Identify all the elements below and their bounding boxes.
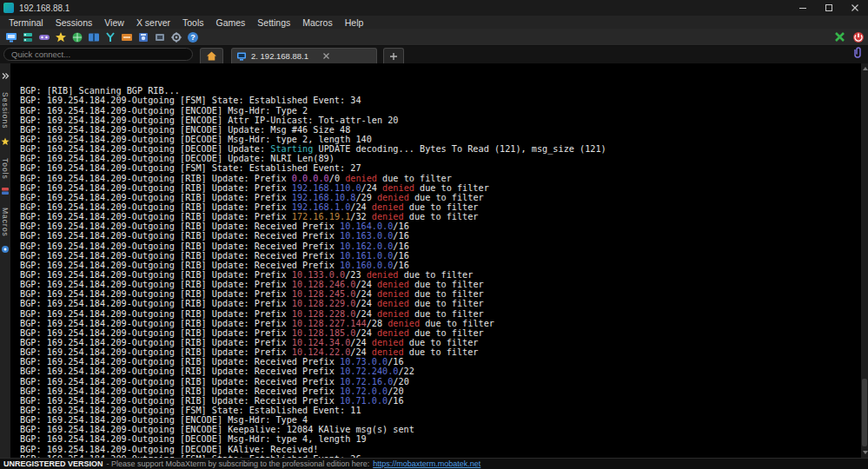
statusbar-link[interactable]: https://mobaxterm.mobatek.net <box>373 459 480 468</box>
toolbar: ? <box>0 29 868 46</box>
menu-item-games[interactable]: Games <box>209 17 251 28</box>
terminal-line: BGP: [RIB] Scanning BGP RIB... <box>20 86 860 96</box>
session-icon[interactable] <box>3 30 19 45</box>
sidebar: Sessions Tools Macros <box>0 63 11 458</box>
terminal-line: BGP: 169.254.184.209-Outgoing [FSM] Stat… <box>20 163 860 173</box>
terminal-line: BGP: 169.254.184.209-Outgoing [RIB] Upda… <box>20 261 860 270</box>
scrollbar[interactable] <box>860 63 868 458</box>
terminal-line: BGP: 169.254.184.209-Outgoing [RIB] Upda… <box>20 231 860 241</box>
games-icon[interactable] <box>36 30 52 45</box>
terminal-output: BGP: [RIB] Scanning BGP RIB...BGP: 169.2… <box>20 86 860 458</box>
terminal-line: BGP: 169.254.184.209-Outgoing [RIB] Upda… <box>20 367 860 376</box>
mobapt-icon[interactable] <box>151 30 168 45</box>
tab-bar: 2. 192.168.88.1 <box>0 46 868 63</box>
sidebar-item-label: Sessions <box>1 92 10 129</box>
sidebar-item-label: Macros <box>1 208 10 237</box>
terminal-line: BGP: 169.254.184.209-Outgoing [DECODE] U… <box>20 144 860 154</box>
menu-item-help[interactable]: Help <box>339 17 370 28</box>
terminal-line: BGP: 169.254.184.209-Outgoing [DECODE] K… <box>20 445 860 454</box>
app-logo-icon <box>3 3 14 13</box>
terminal-line: BGP: 169.254.184.209-Outgoing [ENCODE] M… <box>20 415 860 425</box>
session-tab[interactable]: 2. 192.168.88.1 <box>231 48 377 63</box>
help-icon[interactable]: ? <box>184 30 201 45</box>
terminal-line: BGP: 169.254.184.209-Outgoing [RIB] Upda… <box>20 212 860 221</box>
scroll-thumb[interactable] <box>862 379 867 446</box>
unregistered-label: UNREGISTERED VERSION <box>3 459 103 468</box>
terminal-line: BGP: 169.254.184.209-Outgoing [RIB] Upda… <box>20 396 860 406</box>
tools-icon <box>1 183 10 199</box>
main-area: Sessions Tools Macros BGP: [RIB] Scannin <box>0 63 868 458</box>
sidebar-collapse-icon[interactable] <box>1 68 10 83</box>
menu-item-macros[interactable]: Macros <box>296 17 338 28</box>
tab-close-icon[interactable] <box>322 52 330 60</box>
terminal-line: BGP: 169.254.184.209-Outgoing [ENCODE] K… <box>20 425 860 434</box>
menu-item-terminal[interactable]: Terminal <box>3 17 50 28</box>
maximize-button[interactable] <box>816 0 842 16</box>
terminal-line: BGP: 169.254.184.209-Outgoing [FSM] Stat… <box>20 406 860 415</box>
settings-icon[interactable] <box>168 30 184 45</box>
split-icon[interactable] <box>85 30 102 45</box>
exit-icon[interactable] <box>850 30 866 45</box>
terminal-line: BGP: 169.254.184.209-Outgoing [RIB] Upda… <box>20 309 860 319</box>
house-icon <box>206 50 217 62</box>
terminal-line: BGP: 169.254.184.209-Outgoing [RIB] Upda… <box>20 193 860 202</box>
terminal-line: BGP: 169.254.184.209-Outgoing [RIB] Upda… <box>20 338 860 347</box>
quick-connect-input[interactable] <box>3 48 193 61</box>
multiexec-icon[interactable] <box>102 30 118 45</box>
terminal-line: BGP: 169.254.184.209-Outgoing [RIB] Upda… <box>20 328 860 338</box>
packages-icon[interactable] <box>135 30 151 45</box>
terminal-line: BGP: 169.254.184.209-Outgoing [RIB] Upda… <box>20 241 860 251</box>
window-title: 192.168.88.1 <box>19 3 70 13</box>
terminal-line: BGP: 169.254.184.209-Outgoing [RIB] Upda… <box>20 270 860 280</box>
terminal-line: BGP: 169.254.184.209-Outgoing [RIB] Upda… <box>20 202 860 212</box>
app-window: 192.168.88.1 TerminalSessionsViewX serve… <box>0 0 868 469</box>
statusbar-text: - Please support MobaXterm by subscribin… <box>107 459 370 468</box>
terminal-line: BGP: 169.254.184.209-Outgoing [RIB] Upda… <box>20 289 860 299</box>
terminal-line: BGP: 169.254.184.209-Outgoing [RIB] Upda… <box>20 299 860 308</box>
scroll-down-icon[interactable] <box>861 447 868 458</box>
minimize-button[interactable] <box>790 0 816 16</box>
sidebar-item-sessions[interactable]: Sessions <box>1 83 10 149</box>
terminal-line: BGP: 169.254.184.209-Outgoing [FSM] Stat… <box>20 96 860 105</box>
sidebar-item-macros[interactable]: Macros <box>1 199 10 257</box>
view-icon[interactable] <box>69 30 85 45</box>
statusbar: UNREGISTERED VERSION - Please support Mo… <box>0 458 868 469</box>
window-titlebar: 192.168.88.1 <box>0 0 868 16</box>
menu-item-view[interactable]: View <box>98 17 130 28</box>
menubar: TerminalSessionsViewX serverToolsGamesSe… <box>0 16 868 29</box>
attach-icon[interactable] <box>852 46 863 62</box>
terminal-line: BGP: 169.254.184.209-Outgoing [RIB] Upda… <box>20 347 860 357</box>
menu-item-x-server[interactable]: X server <box>130 17 176 28</box>
terminal-line: BGP: 169.254.184.209-Outgoing [RIB] Upda… <box>20 280 860 289</box>
terminal-line: BGP: 169.254.184.209-Outgoing [ENCODE] M… <box>20 106 860 116</box>
new-tab-button[interactable] <box>383 48 404 63</box>
svg-text:?: ? <box>190 33 195 42</box>
minimize-icon <box>798 3 807 12</box>
xserver-icon[interactable] <box>832 30 848 45</box>
menu-item-sessions[interactable]: Sessions <box>50 17 99 28</box>
star-icon <box>1 134 10 149</box>
terminal-line: BGP: 169.254.184.209-Outgoing [RIB] Upda… <box>20 386 860 396</box>
menu-item-tools[interactable]: Tools <box>176 17 210 28</box>
servers-icon[interactable] <box>19 30 36 45</box>
close-button[interactable] <box>842 0 868 16</box>
terminal-line: BGP: 169.254.184.209-Outgoing [RIB] Upda… <box>20 251 860 261</box>
scroll-up-icon[interactable] <box>861 63 868 74</box>
terminal-line: BGP: 169.254.184.209-Outgoing [DECODE] M… <box>20 135 860 144</box>
terminal-line: BGP: 169.254.184.209-Outgoing [RIB] Upda… <box>20 183 860 193</box>
terminal-line: BGP: 169.254.184.209-Outgoing [RIB] Upda… <box>20 377 860 386</box>
terminal-line: BGP: 169.254.184.209-Outgoing [RIB] Upda… <box>20 174 860 183</box>
terminal-line: BGP: 169.254.184.209-Outgoing [DECODE] M… <box>20 434 860 444</box>
terminal-line: BGP: 169.254.184.209-Outgoing [DECODE] U… <box>20 154 860 163</box>
sessions-star-icon[interactable] <box>52 30 69 45</box>
menu-item-settings[interactable]: Settings <box>251 17 296 28</box>
home-tab[interactable] <box>200 48 223 63</box>
terminal-line: BGP: 169.254.184.209-Outgoing [RIB] Upda… <box>20 221 860 231</box>
sidebar-item-label: Tools <box>1 158 10 180</box>
tunneling-icon[interactable] <box>118 30 135 45</box>
sidebar-item-tools[interactable]: Tools <box>1 149 10 200</box>
terminal-tab-icon <box>236 51 247 62</box>
close-icon <box>851 3 859 12</box>
terminal[interactable]: BGP: [RIB] Scanning BGP RIB...BGP: 169.2… <box>11 63 860 458</box>
terminal-line: BGP: 169.254.184.209-Outgoing [ENCODE] U… <box>20 125 860 135</box>
